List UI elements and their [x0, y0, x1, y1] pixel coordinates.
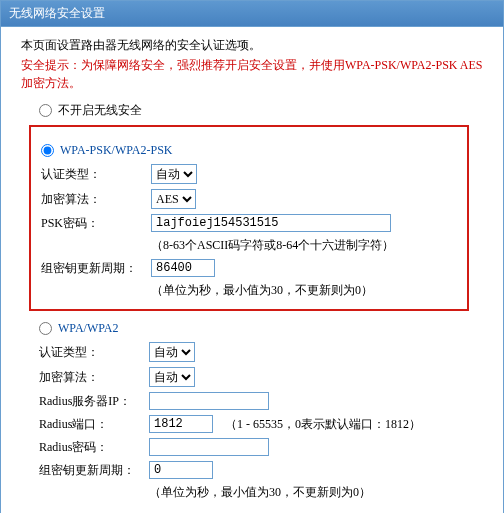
wpa-radius-port-input[interactable] [149, 415, 213, 433]
wpapsk-rekey-hint: （单位为秒，最小值为30，不更新则为0） [151, 282, 457, 299]
wpa-auth-row: 认证类型： 自动 [39, 342, 459, 362]
wpa-rekey-row: 组密钥更新周期： [39, 461, 459, 479]
wpa-radius-port-label: Radius端口： [39, 416, 149, 433]
radio-none-label: 不开启无线安全 [58, 102, 142, 119]
wpapsk-cipher-select[interactable]: AES [151, 189, 196, 209]
wpa-radius-port-hint: （1 - 65535，0表示默认端口：1812） [225, 416, 421, 433]
radio-wpapsk-label: WPA-PSK/WPA2-PSK [60, 143, 172, 158]
wpapsk-psk-input[interactable] [151, 214, 391, 232]
radio-none[interactable] [39, 104, 52, 117]
wpa-cipher-row: 加密算法： 自动 [39, 367, 459, 387]
wpa-rekey-label: 组密钥更新周期： [39, 462, 149, 479]
radio-row-wpa[interactable]: WPA/WPA2 [39, 321, 459, 336]
wpapsk-cipher-label: 加密算法： [41, 191, 151, 208]
settings-panel: 无线网络安全设置 本页面设置路由器无线网络的安全认证选项。 安全提示：为保障网络… [0, 0, 504, 513]
wpapsk-rekey-input[interactable] [151, 259, 215, 277]
wpapsk-cipher-row: 加密算法： AES [41, 189, 457, 209]
wpa-radius-pw-label: Radius密码： [39, 439, 149, 456]
wpa-radius-pw-row: Radius密码： [39, 438, 459, 456]
wpapsk-psk-row: PSK密码： [41, 214, 457, 232]
wpapsk-rekey-row: 组密钥更新周期： [41, 259, 457, 277]
wpapsk-section: WPA-PSK/WPA2-PSK 认证类型： 自动 加密算法： AES PSK密… [29, 125, 469, 311]
radio-wpapsk[interactable] [41, 144, 54, 157]
warning-text: 安全提示：为保障网络安全，强烈推荐开启安全设置，并使用WPA-PSK/WPA2-… [21, 56, 483, 92]
wpapsk-rekey-label: 组密钥更新周期： [41, 260, 151, 277]
wpapsk-auth-select[interactable]: 自动 [151, 164, 197, 184]
wpa-cipher-label: 加密算法： [39, 369, 149, 386]
wpapsk-auth-row: 认证类型： 自动 [41, 164, 457, 184]
wpa-rekey-hint: （单位为秒，最小值为30，不更新则为0） [149, 484, 459, 501]
wpa-section: WPA/WPA2 认证类型： 自动 加密算法： 自动 Radius服务器IP： … [29, 321, 469, 505]
title-bar: 无线网络安全设置 [1, 1, 503, 27]
wpa-radius-ip-label: Radius服务器IP： [39, 393, 149, 410]
radio-row-none[interactable]: 不开启无线安全 [39, 102, 483, 119]
wpa-rekey-input[interactable] [149, 461, 213, 479]
wpa-auth-label: 认证类型： [39, 344, 149, 361]
intro-text: 本页面设置路由器无线网络的安全认证选项。 [21, 37, 483, 54]
wpa-radius-port-row: Radius端口： （1 - 65535，0表示默认端口：1812） [39, 415, 459, 433]
radio-wpa-label: WPA/WPA2 [58, 321, 118, 336]
wpa-radius-ip-row: Radius服务器IP： [39, 392, 459, 410]
wpapsk-auth-label: 认证类型： [41, 166, 151, 183]
wpapsk-psk-hint: （8-63个ASCII码字符或8-64个十六进制字符） [151, 237, 457, 254]
radio-wpa[interactable] [39, 322, 52, 335]
wpapsk-psk-label: PSK密码： [41, 215, 151, 232]
wpa-cipher-select[interactable]: 自动 [149, 367, 195, 387]
content-area: 本页面设置路由器无线网络的安全认证选项。 安全提示：为保障网络安全，强烈推荐开启… [1, 27, 503, 513]
wpa-auth-select[interactable]: 自动 [149, 342, 195, 362]
radio-row-wpapsk[interactable]: WPA-PSK/WPA2-PSK [41, 143, 457, 158]
wpa-radius-pw-input[interactable] [149, 438, 269, 456]
wpa-radius-ip-input[interactable] [149, 392, 269, 410]
